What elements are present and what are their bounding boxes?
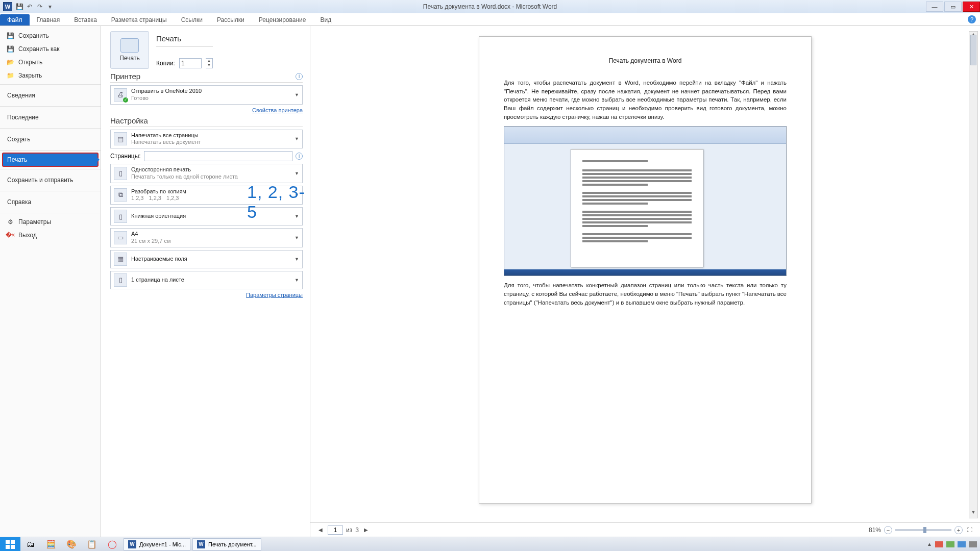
zoom-value: 81% <box>869 527 881 534</box>
sidebar-recent[interactable]: Последние <box>0 109 101 126</box>
scroll-down-icon[interactable]: ▼ <box>969 510 977 518</box>
close-button[interactable]: ✕ <box>963 2 980 12</box>
heading-text: Настройка <box>110 116 148 125</box>
sidebar-options[interactable]: ⚙Параметры <box>0 215 101 229</box>
taskbar-paint-icon[interactable]: 🎨 <box>61 537 82 552</box>
info-icon[interactable]: i <box>296 73 303 80</box>
minimize-button[interactable]: — <box>926 2 943 12</box>
next-page-button[interactable]: ▶ <box>362 526 370 534</box>
printer-status-icon: 🖨 <box>114 88 127 102</box>
word-icon: W <box>128 540 136 548</box>
sidebar-help[interactable]: Справка <box>0 193 101 211</box>
tab-review[interactable]: Рецензирование <box>252 14 313 26</box>
sidebar-open[interactable]: 📂Открыть <box>0 56 101 69</box>
qat-customize-icon[interactable]: ▾ <box>46 3 54 11</box>
doc-title: Печать документа в Word <box>504 57 787 64</box>
sidebar-exit[interactable]: �×Выход <box>0 229 101 242</box>
tab-mailings[interactable]: Рассылки <box>210 14 252 26</box>
print-button[interactable]: Печать <box>110 31 149 69</box>
save-icon: 💾 <box>6 32 14 40</box>
tab-home[interactable]: Главная <box>30 14 67 26</box>
pages-input[interactable] <box>144 151 292 161</box>
pages-per-sheet-dropdown[interactable]: ▯ 1 страница на листе ▼ <box>110 271 303 289</box>
taskbar-task-word1[interactable]: WДокумент1 - Mic... <box>124 538 190 550</box>
copies-row: Копии: ▲▼ <box>156 58 213 68</box>
undo-icon[interactable]: ↶ <box>26 3 34 11</box>
word-icon: W <box>197 540 205 548</box>
sidebar-save[interactable]: 💾Сохранить <box>0 29 101 42</box>
copies-spinner[interactable]: ▲▼ <box>206 58 213 68</box>
slider-knob[interactable] <box>923 527 926 533</box>
sidebar-label: Параметры <box>18 218 51 226</box>
printer-props-link[interactable]: Свойства принтера <box>252 107 303 113</box>
prev-page-button[interactable]: ◀ <box>316 526 325 534</box>
tab-page-layout[interactable]: Разметка страницы <box>104 14 174 26</box>
dropdown-text: 1 страница на листе <box>131 277 299 284</box>
pages-row: Страницы: i <box>110 151 303 161</box>
printer-dropdown[interactable]: 🖨 Отправить в OneNote 2010 Готово ▼ <box>110 85 303 105</box>
doc-paragraph: Для того, чтобы напечатать конкретный ди… <box>504 281 787 307</box>
spinner-down-icon[interactable]: ▼ <box>206 63 212 68</box>
sidebar-new[interactable]: Создать <box>0 131 101 148</box>
help-icon[interactable]: ? <box>968 15 976 23</box>
tab-insert[interactable]: Вставка <box>67 14 104 26</box>
tray-overflow-icon[interactable]: ▲ <box>927 541 932 547</box>
maximize-button[interactable]: ▭ <box>944 2 962 12</box>
chevron-down-icon: ▼ <box>295 171 299 176</box>
taskbar-calc-icon[interactable]: 🧮 <box>41 537 61 552</box>
spinner-up-icon[interactable]: ▲ <box>206 59 212 63</box>
zoom-fit-button[interactable]: ⛶ <box>966 526 974 534</box>
taskbar-task-word2[interactable]: WПечать документ... <box>192 538 261 550</box>
tab-references[interactable]: Ссылки <box>174 14 210 26</box>
inner-taskbar <box>504 269 786 276</box>
taskbar-opera-icon[interactable]: ◯ <box>102 537 122 552</box>
page-setup-link-row: Параметры страницы <box>110 292 303 298</box>
zoom-slider[interactable] <box>895 529 951 531</box>
page-number-input[interactable] <box>328 525 343 535</box>
sidebar-send[interactable]: Сохранить и отправить <box>0 171 101 189</box>
dropdown-text: A4 21 см x 29,7 см <box>131 231 299 245</box>
separator <box>0 169 101 169</box>
portrait-icon: ▯ <box>114 210 127 223</box>
settings-heading: Настройка <box>110 116 303 127</box>
page-setup-link[interactable]: Параметры страницы <box>246 292 303 298</box>
window-title: Печать документа в Word.docx - Microsoft… <box>423 3 557 10</box>
tab-view[interactable]: Вид <box>313 14 338 26</box>
print-range-dropdown[interactable]: ▤ Напечатать все страницы Напечатать вес… <box>110 130 303 149</box>
duplex-dropdown[interactable]: ▯ Односторонняя печать Печатать только н… <box>110 164 303 183</box>
preview-scrollbar[interactable]: ▲ ▼ <box>969 31 978 518</box>
sidebar-close[interactable]: 📁Закрыть <box>0 69 101 82</box>
sidebar-info[interactable]: Сведения <box>0 87 101 104</box>
paper-size-dropdown[interactable]: ▭ A4 21 см x 29,7 см ▼ <box>110 228 303 247</box>
dropdown-text: Книжная ориентация <box>131 213 299 220</box>
chevron-down-icon: ▼ <box>295 136 299 141</box>
separator <box>0 213 101 213</box>
margins-icon: ▦ <box>114 253 127 266</box>
tab-file[interactable]: Файл <box>0 14 30 26</box>
info-icon[interactable]: i <box>296 153 303 160</box>
copies-input[interactable] <box>179 58 202 68</box>
sidebar-label: Печать <box>7 156 27 163</box>
taskbar-notes-icon[interactable]: 📋 <box>82 537 102 552</box>
start-button[interactable] <box>0 537 20 552</box>
saveas-icon: 💾 <box>6 45 14 53</box>
collate-dropdown[interactable]: ⧉ Разобрать по копиям 1,2,31,2,31,2,3 ▼ <box>110 186 303 205</box>
sidebar-print[interactable]: Печать <box>2 153 99 167</box>
zoom-out-button[interactable]: − <box>884 526 892 534</box>
quick-access-toolbar: 💾 ↶ ↷ ▾ <box>15 3 54 11</box>
sidebar-save-as[interactable]: 💾Сохранить как <box>0 42 101 56</box>
ribbon-tabs: Файл Главная Вставка Разметка страницы С… <box>0 13 980 26</box>
margins-dropdown[interactable]: ▦ Настраиваемые поля ▼ <box>110 250 303 268</box>
save-icon[interactable]: 💾 <box>15 3 23 11</box>
chevron-down-icon: ▼ <box>295 257 299 262</box>
pps-title: 1 страница на листе <box>131 277 299 284</box>
zoom-in-button[interactable]: + <box>954 526 963 534</box>
print-heading: Печать <box>156 34 213 44</box>
chevron-down-icon: ▼ <box>295 92 299 97</box>
taskbar-explorer-icon[interactable]: 🗂 <box>20 537 41 552</box>
backstage-sidebar: 💾Сохранить 💾Сохранить как 📂Открыть 📁Закр… <box>0 26 101 537</box>
redo-icon[interactable]: ↷ <box>36 3 44 11</box>
tray-swatch <box>969 541 977 547</box>
orientation-dropdown[interactable]: ▯ Книжная ориентация ▼ <box>110 207 303 226</box>
scroll-thumb[interactable] <box>970 35 976 65</box>
